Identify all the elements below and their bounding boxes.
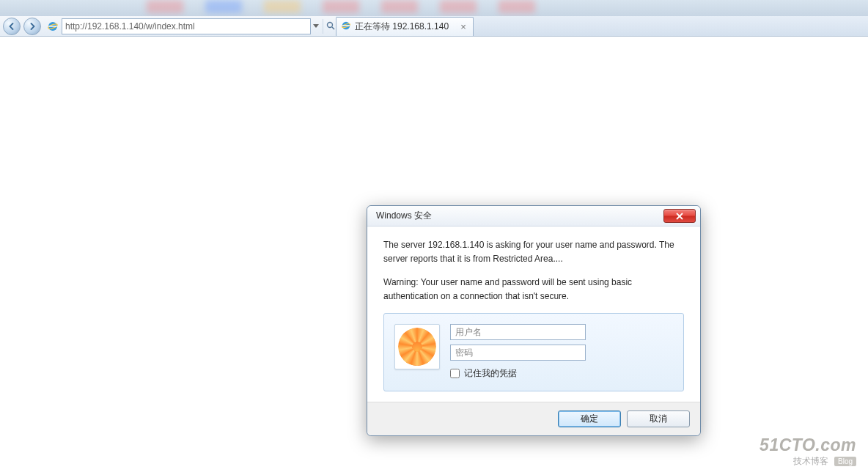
svg-point-3 <box>328 23 333 28</box>
user-avatar-icon <box>394 324 440 369</box>
browser-tab[interactable]: 正在等待 192.168.1.140 × <box>336 17 474 36</box>
dialog-titlebar[interactable]: Windows 安全 <box>367 206 700 227</box>
watermark-tagline: 技术博客 <box>793 455 828 468</box>
svg-line-4 <box>332 27 334 29</box>
remember-checkbox[interactable] <box>450 369 460 378</box>
dialog-message-1: The server 192.168.1.140 is asking for y… <box>383 238 684 265</box>
watermark-badge: Blog <box>834 457 856 466</box>
ok-button[interactable]: 确定 <box>558 410 621 427</box>
tab-close-icon[interactable]: × <box>458 22 468 32</box>
remember-label: 记住我的凭据 <box>464 367 517 380</box>
credentials-panel: 记住我的凭据 <box>383 313 684 391</box>
address-dropdown-icon[interactable] <box>311 19 321 34</box>
dialog-footer: 确定 取消 <box>367 402 700 435</box>
forward-button[interactable] <box>23 18 41 35</box>
watermark-brand: 51CTO.com <box>760 435 856 455</box>
tab-bar: 正在等待 192.168.1.140 × <box>336 16 868 36</box>
ie-icon <box>47 21 59 32</box>
username-input[interactable] <box>450 324 586 340</box>
password-input[interactable] <box>450 345 586 361</box>
dialog-body: The server 192.168.1.140 is asking for y… <box>367 227 700 402</box>
remember-row[interactable]: 记住我的凭据 <box>450 367 672 380</box>
svg-rect-2 <box>49 26 57 27</box>
watermark: 51CTO.com 技术博客 Blog <box>760 435 856 468</box>
auth-dialog: Windows 安全 The server 192.168.1.140 is a… <box>367 205 701 436</box>
dialog-close-button[interactable] <box>663 209 696 223</box>
loading-icon <box>341 21 351 33</box>
tab-title: 正在等待 192.168.1.140 <box>355 21 449 33</box>
dialog-message-2: Warning: Your user name and password wil… <box>383 276 684 303</box>
back-button[interactable] <box>3 18 21 35</box>
cancel-button[interactable]: 取消 <box>627 410 690 427</box>
url-text: http://192.168.1.140/w/index.html <box>65 21 307 32</box>
address-bar[interactable]: http://192.168.1.140/w/index.html <box>62 18 311 34</box>
dialog-title: Windows 安全 <box>376 210 432 222</box>
svg-rect-9 <box>342 25 350 26</box>
desktop-taskbar-blur <box>0 0 868 16</box>
